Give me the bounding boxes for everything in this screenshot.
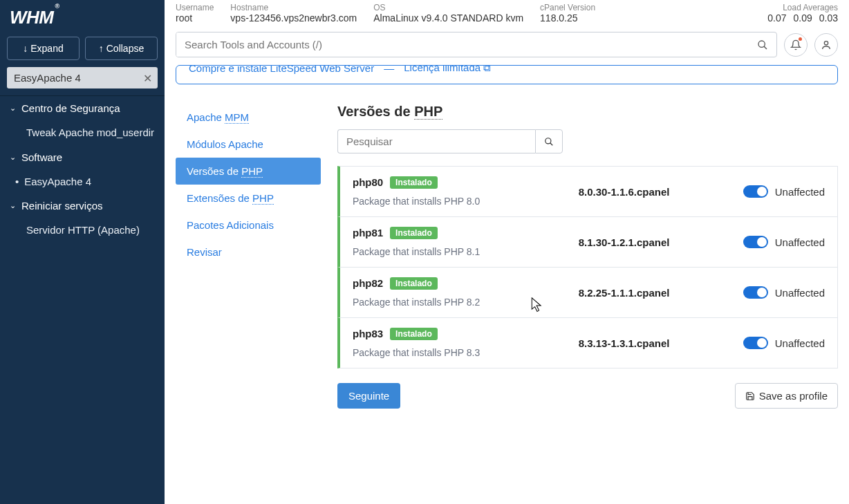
panel-heading: Versões de PHP	[337, 104, 838, 120]
svg-point-0	[758, 41, 765, 47]
nav-group-restart[interactable]: ⌄Reiniciar serviços	[0, 194, 165, 218]
cpanel-value: 118.0.25	[540, 12, 595, 24]
info-bar: Usernameroot Hostnamevps-123456.vps2newb…	[165, 0, 849, 28]
package-toggle[interactable]	[743, 185, 768, 198]
os-label: OS	[373, 3, 523, 12]
tab-additional-packages[interactable]: Pacotes Adicionais	[176, 212, 321, 239]
step-tabs: Apache MPM Módulos Apache Versões de PHP…	[176, 104, 321, 265]
package-version: 8.3.13-1.3.1.cpanel	[579, 337, 731, 349]
package-row: php81 Instalado Package that installs PH…	[337, 216, 838, 268]
svg-point-2	[824, 41, 828, 44]
svg-line-4	[550, 142, 553, 145]
package-list: php80 Instalado Package that installs PH…	[337, 166, 838, 368]
installed-badge: Instalado	[390, 277, 438, 290]
whm-logo: WHM®	[0, 0, 165, 32]
package-toggle[interactable]	[743, 337, 768, 349]
main-area: Usernameroot Hostnamevps-123456.vps2newb…	[165, 0, 849, 504]
chevron-down-icon: ⌄	[10, 201, 16, 210]
package-row: php82 Instalado Package that installs PH…	[337, 267, 838, 318]
expand-button[interactable]: ↓Expand	[7, 37, 80, 60]
package-name: php83	[353, 328, 383, 339]
toolbar	[165, 28, 849, 65]
package-version: 8.1.30-1.2.1.cpanel	[579, 236, 731, 248]
package-status: Unaffected	[775, 186, 825, 198]
package-search-button[interactable]	[535, 129, 563, 153]
save-profile-button[interactable]: Save as profile	[735, 383, 838, 409]
installed-badge: Instalado	[390, 176, 438, 189]
package-description: Package that installs PHP 8.1	[353, 246, 566, 257]
tab-apache-mpm[interactable]: Apache MPM	[176, 104, 321, 131]
package-description: Package that installs PHP 8.2	[353, 297, 566, 308]
package-name: php80	[353, 176, 383, 188]
svg-point-3	[545, 138, 551, 143]
load-3: 0.03	[819, 12, 838, 24]
load-2: 0.09	[794, 12, 812, 24]
package-name: php81	[353, 227, 383, 239]
global-search	[176, 32, 777, 57]
php-versions-panel: Versões de PHP php80 Instalado Package t…	[337, 104, 838, 409]
next-button[interactable]: Seguinte	[337, 383, 400, 409]
package-name: php82	[353, 277, 383, 289]
package-search-input[interactable]	[337, 129, 535, 153]
dash-separator: —	[384, 65, 394, 74]
chevron-down-icon: ⌄	[10, 104, 16, 113]
litespeed-banner: Compre e instale LiteSpeed Web Server — …	[176, 65, 838, 84]
notifications-button[interactable]	[784, 33, 808, 57]
sidebar: WHM® ↓Expand ↑Collapse ✕ ⌄Centro de Segu…	[0, 0, 165, 504]
sidebar-nav: ⌄Centro de Segurança Tweak Apache mod_us…	[0, 95, 165, 243]
banner-link-license[interactable]: Licença ilimitada ⧉	[404, 65, 491, 74]
tab-apache-modules[interactable]: Módulos Apache	[176, 131, 321, 158]
arrow-down-icon: ↓	[23, 43, 28, 54]
cpanel-label: cPanel Version	[540, 3, 595, 12]
external-link-icon: ⧉	[483, 65, 491, 73]
search-input[interactable]	[176, 32, 749, 57]
hostname-value: vps-123456.vps2newbr3.com	[230, 12, 357, 24]
installed-badge: Instalado	[390, 328, 438, 340]
package-row: php80 Instalado Package that installs PH…	[337, 166, 838, 217]
package-version: 8.0.30-1.1.6.cpanel	[579, 186, 731, 198]
nav-item-easyapache[interactable]: EasyApache 4	[0, 169, 165, 194]
installed-badge: Instalado	[390, 227, 438, 239]
package-description: Package that installs PHP 8.0	[353, 196, 566, 207]
nav-item-http-server[interactable]: Servidor HTTP (Apache)	[0, 218, 165, 243]
tab-php-versions[interactable]: Versões de PHP	[176, 158, 321, 185]
package-status: Unaffected	[775, 337, 825, 349]
os-value: AlmaLinux v9.4.0 STANDARD kvm	[373, 12, 523, 24]
package-status: Unaffected	[775, 287, 825, 299]
nav-item-tweak-apache[interactable]: Tweak Apache mod_userdir	[0, 120, 165, 145]
username-value: root	[176, 12, 214, 24]
nav-group-software[interactable]: ⌄Software	[0, 145, 165, 169]
sidebar-filter-input[interactable]	[7, 67, 158, 88]
svg-line-1	[764, 46, 767, 49]
content: Compre e instale LiteSpeed Web Server — …	[165, 65, 849, 504]
package-description: Package that installs PHP 8.3	[353, 347, 566, 358]
search-icon[interactable]	[749, 32, 776, 57]
collapse-button[interactable]: ↑Collapse	[85, 37, 158, 60]
banner-link-buy[interactable]: Compre e instale LiteSpeed Web Server	[189, 65, 374, 74]
package-row: php83 Instalado Package that installs PH…	[337, 317, 838, 368]
arrow-up-icon: ↑	[99, 43, 104, 54]
package-status: Unaffected	[775, 236, 825, 248]
chevron-down-icon: ⌄	[10, 153, 16, 162]
user-menu-button[interactable]	[814, 33, 838, 57]
package-version: 8.2.25-1.1.1.cpanel	[579, 287, 731, 299]
package-toggle[interactable]	[743, 286, 768, 299]
username-label: Username	[176, 3, 214, 12]
load-1: 0.07	[767, 12, 786, 24]
clear-filter-icon[interactable]: ✕	[143, 71, 152, 84]
nav-group-security[interactable]: ⌄Centro de Segurança	[0, 96, 165, 120]
notification-dot-icon	[799, 37, 802, 41]
hostname-label: Hostname	[230, 3, 357, 12]
tab-review[interactable]: Revisar	[176, 239, 321, 265]
tab-php-extensions[interactable]: Extensões de PHP	[176, 185, 321, 212]
package-toggle[interactable]	[743, 236, 768, 248]
load-label: Load Averages	[767, 3, 838, 12]
save-icon	[745, 391, 755, 401]
